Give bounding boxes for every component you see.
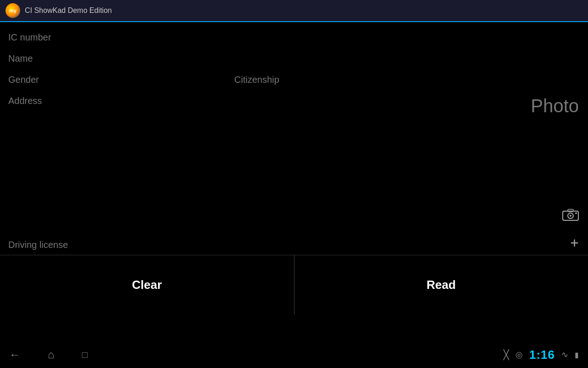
camera-icon (562, 208, 579, 221)
navigation-bar: ← ⌂ □ ╳ ◎ 1:16 ∿ ▮ (0, 341, 588, 368)
battery-icon: ▮ (575, 351, 579, 359)
home-button[interactable]: ⌂ (48, 348, 55, 361)
usb-icon: ╳ (503, 349, 509, 360)
svg-rect-2 (568, 209, 573, 212)
ic-number-label: IC number (8, 32, 51, 43)
photo-placeholder: Photo (531, 96, 579, 116)
add-button[interactable]: + (570, 236, 579, 250)
wifi-icon: ∿ (561, 350, 568, 360)
nav-right-status: ╳ ◎ 1:16 ∿ ▮ (503, 348, 579, 362)
nav-left-icons: ← ⌂ □ (9, 348, 88, 361)
back-button[interactable]: ← (9, 348, 20, 361)
svg-rect-4 (575, 213, 577, 214)
citizenship-label: Citizenship (234, 75, 279, 85)
address-label: Address (8, 96, 42, 106)
time-display: 1:16 (529, 348, 555, 362)
recents-button[interactable]: □ (82, 350, 88, 360)
read-button[interactable]: Read (294, 255, 588, 315)
gender-label: Gender (8, 75, 39, 85)
clear-button[interactable]: Clear (0, 255, 294, 315)
name-label: Name (8, 53, 33, 64)
bottom-buttons-container: Clear Read (0, 255, 588, 315)
driving-license-label: Driving license (8, 240, 68, 250)
app-title: CI ShowKad Demo Edition (25, 6, 112, 15)
camera-icon-container[interactable] (562, 208, 579, 223)
app-icon: my (6, 3, 20, 18)
title-bar: my CI ShowKad Demo Edition (0, 0, 588, 22)
nfc-icon: ◎ (515, 350, 523, 360)
svg-point-3 (570, 215, 571, 217)
content-wrapper: IC number Name Gender Citizenship Addres… (0, 22, 588, 341)
